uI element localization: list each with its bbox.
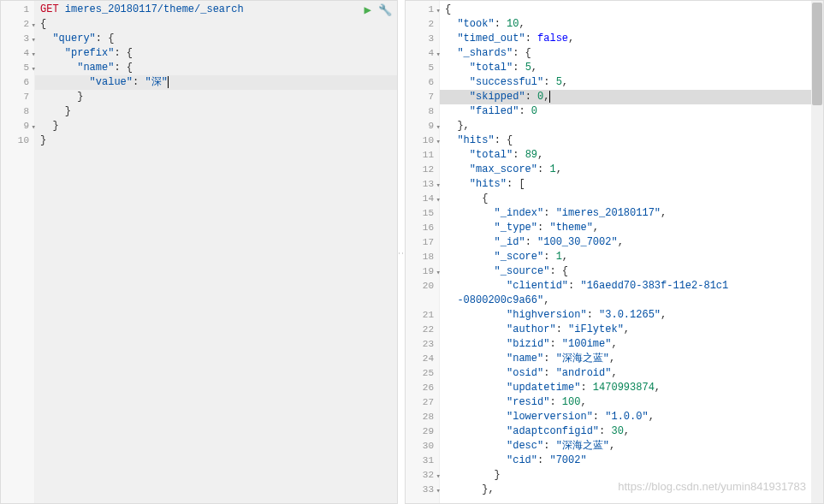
code-line[interactable]: } bbox=[35, 90, 397, 104]
gutter-line: 21 bbox=[406, 308, 439, 323]
code-line[interactable]: GET imeres_20180117/theme/_search bbox=[35, 3, 397, 17]
gutter-line: 33▾ bbox=[406, 483, 439, 497]
gutter-line: 7 bbox=[1, 90, 34, 104]
gutter-line: 8 bbox=[1, 104, 34, 119]
gutter-line: 4▾ bbox=[1, 46, 34, 61]
gutter-line: 13▾ bbox=[406, 177, 439, 192]
code-line[interactable]: "name": { bbox=[35, 61, 397, 75]
code-line[interactable]: "max_score": 1, bbox=[440, 163, 823, 177]
code-line[interactable]: "total": 89, bbox=[440, 148, 823, 163]
code-line[interactable]: { bbox=[35, 17, 397, 32]
gutter-line: 2▾ bbox=[1, 17, 34, 32]
code-line[interactable]: "total": 5, bbox=[440, 61, 823, 75]
gutter-line: 2 bbox=[406, 17, 439, 32]
wrench-icon[interactable]: 🔧 bbox=[378, 3, 392, 17]
gutter-line: 22 bbox=[406, 323, 439, 337]
code-line[interactable]: -0800200c9a66", bbox=[440, 294, 823, 308]
code-line[interactable]: "bizid": "100ime", bbox=[440, 337, 823, 352]
gutter-line bbox=[406, 294, 439, 308]
code-line[interactable]: } bbox=[35, 104, 397, 119]
code-line[interactable]: "adaptconfigid": 30, bbox=[440, 424, 823, 439]
response-panel: 1▾234▾56789▾10▾111213▾14▾1516171819▾2021… bbox=[405, 0, 824, 504]
code-line[interactable]: "_shards": { bbox=[440, 46, 823, 61]
code-line[interactable]: "osid": "android", bbox=[440, 366, 823, 381]
gutter-line: 5 bbox=[406, 61, 439, 75]
gutter-line: 29 bbox=[406, 424, 439, 439]
gutter-line: 20 bbox=[406, 279, 439, 294]
gutter-line: 10 bbox=[1, 133, 34, 148]
gutter-line: 10▾ bbox=[406, 133, 439, 148]
gutter-line: 12 bbox=[406, 163, 439, 177]
request-toolbar: ▶ 🔧 bbox=[365, 3, 392, 17]
code-line[interactable]: { bbox=[440, 3, 823, 17]
code-line[interactable]: "hits": [ bbox=[440, 177, 823, 192]
gutter-line: 32▾ bbox=[406, 468, 439, 483]
code-line[interactable]: "prefix": { bbox=[35, 46, 397, 61]
gutter-line: 8 bbox=[406, 104, 439, 119]
code-line[interactable]: "successful": 5, bbox=[440, 75, 823, 90]
response-gutter: 1▾234▾56789▾10▾111213▾14▾1516171819▾2021… bbox=[406, 1, 440, 503]
code-line[interactable]: "name": "深海之蓝", bbox=[440, 352, 823, 366]
code-line[interactable]: "skipped": 0, bbox=[440, 90, 823, 104]
code-line[interactable]: "_source": { bbox=[440, 264, 823, 279]
code-line[interactable]: "author": "iFlytek", bbox=[440, 323, 823, 337]
code-line[interactable]: "clientid": "16aedd70-383f-11e2-81c1 bbox=[440, 279, 823, 294]
gutter-line: 17 bbox=[406, 235, 439, 250]
gutter-line: 19▾ bbox=[406, 264, 439, 279]
code-line[interactable]: } bbox=[35, 119, 397, 133]
gutter-line: 23 bbox=[406, 337, 439, 352]
response-editor[interactable]: 1▾234▾56789▾10▾111213▾14▾1516171819▾2021… bbox=[406, 1, 823, 503]
code-line[interactable]: { bbox=[440, 192, 823, 206]
gutter-line: 24 bbox=[406, 352, 439, 366]
code-line[interactable]: "cid": "7002" bbox=[440, 454, 823, 468]
code-line[interactable]: }, bbox=[440, 119, 823, 133]
gutter-line: 14▾ bbox=[406, 192, 439, 206]
scrollbar-thumb[interactable] bbox=[812, 3, 822, 105]
gutter-line: 7 bbox=[406, 90, 439, 104]
code-line[interactable]: "highversion": "3.0.1265", bbox=[440, 308, 823, 323]
gutter-line: 18 bbox=[406, 250, 439, 264]
panel-divider[interactable]: ⋮ bbox=[398, 0, 405, 504]
gutter-line: 9▾ bbox=[1, 119, 34, 133]
fold-arrow-icon[interactable]: ▾ bbox=[436, 484, 441, 499]
code-line[interactable]: "_id": "100_30_7002", bbox=[440, 235, 823, 250]
gutter-line: 9▾ bbox=[406, 119, 439, 133]
code-line[interactable]: "_index": "imeres_20180117", bbox=[440, 206, 823, 221]
request-code[interactable]: GET imeres_20180117/theme/_search{ "quer… bbox=[35, 1, 397, 503]
gutter-line: 11 bbox=[406, 148, 439, 163]
code-line[interactable]: "took": 10, bbox=[440, 17, 823, 32]
gutter-line: 15 bbox=[406, 206, 439, 221]
code-line[interactable]: } bbox=[440, 468, 823, 483]
response-code[interactable]: { "took": 10, "timed_out": false, "_shar… bbox=[440, 1, 823, 503]
gutter-line: 6 bbox=[1, 75, 34, 90]
request-editor[interactable]: 12▾3▾4▾5▾6789▾10 GET imeres_20180117/the… bbox=[1, 1, 397, 503]
code-line[interactable]: "value": "深" bbox=[35, 75, 397, 90]
code-line[interactable]: "query": { bbox=[35, 32, 397, 46]
code-line[interactable]: "timed_out": false, bbox=[440, 32, 823, 46]
code-line[interactable]: }, bbox=[440, 483, 823, 497]
code-line[interactable]: "desc": "深海之蓝", bbox=[440, 439, 823, 454]
code-line[interactable]: "hits": { bbox=[440, 133, 823, 148]
gutter-line: 1▾ bbox=[406, 3, 439, 17]
code-line[interactable]: "_type": "theme", bbox=[440, 221, 823, 235]
gutter-line: 1 bbox=[1, 3, 34, 17]
gutter-line: 3 bbox=[406, 32, 439, 46]
code-line[interactable]: "_score": 1, bbox=[440, 250, 823, 264]
gutter-line: 25 bbox=[406, 366, 439, 381]
request-panel: ▶ 🔧 12▾3▾4▾5▾6789▾10 GET imeres_20180117… bbox=[0, 0, 398, 504]
code-line[interactable]: "resid": 100, bbox=[440, 395, 823, 410]
gutter-line: 5▾ bbox=[1, 61, 34, 75]
gutter-line: 6 bbox=[406, 75, 439, 90]
code-line[interactable]: } bbox=[35, 133, 397, 148]
gutter-line: 27 bbox=[406, 395, 439, 410]
response-scrollbar[interactable] bbox=[811, 1, 823, 503]
gutter-line: 16 bbox=[406, 221, 439, 235]
run-icon[interactable]: ▶ bbox=[365, 3, 371, 17]
request-gutter: 12▾3▾4▾5▾6789▾10 bbox=[1, 1, 35, 503]
code-line[interactable]: "updatetime": 1470993874, bbox=[440, 381, 823, 395]
code-line[interactable]: "lowerversion": "1.0.0", bbox=[440, 410, 823, 424]
code-line[interactable]: "failed": 0 bbox=[440, 104, 823, 119]
gutter-line: 26 bbox=[406, 381, 439, 395]
gutter-line: 4▾ bbox=[406, 46, 439, 61]
gutter-line: 30 bbox=[406, 439, 439, 454]
